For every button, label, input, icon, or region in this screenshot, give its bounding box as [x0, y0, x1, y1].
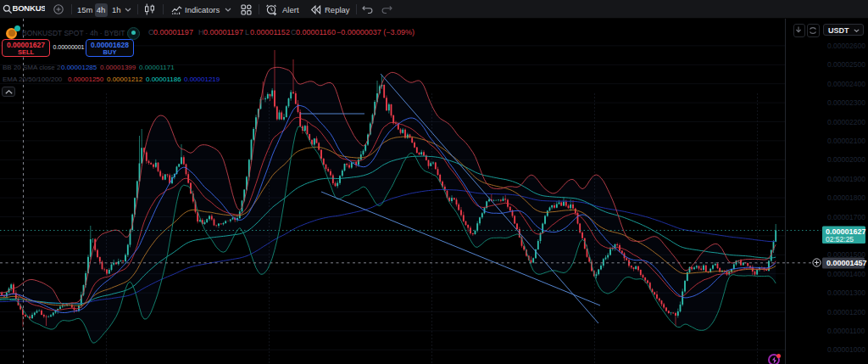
- svg-text:0.00001000: 0.00001000: [827, 345, 865, 354]
- svg-text:0.00001900: 0.00001900: [827, 175, 865, 183]
- svg-text:0.00001100: 0.00001100: [827, 327, 865, 335]
- svg-text:0.00002600: 0.00002600: [827, 42, 865, 50]
- svg-text:02:52:25: 02:52:25: [826, 235, 854, 244]
- svg-text:0.00002100: 0.00002100: [827, 137, 865, 145]
- svg-text:0.00002400: 0.00002400: [827, 80, 865, 88]
- svg-text:0.00001300: 0.00001300: [827, 288, 865, 297]
- svg-text:0.00002000: 0.00002000: [827, 155, 865, 164]
- svg-text:0.00002200: 0.00002200: [827, 118, 865, 126]
- svg-text:0.00001200: 0.00001200: [827, 308, 865, 316]
- svg-text:0.00001700: 0.00001700: [827, 213, 865, 221]
- svg-text:0.00001457: 0.00001457: [826, 259, 867, 267]
- svg-text:0.00002300: 0.00002300: [827, 98, 865, 107]
- svg-text:0.00001400: 0.00001400: [827, 270, 865, 278]
- svg-text:0.00001800: 0.00001800: [827, 193, 865, 202]
- svg-text:0.00002500: 0.00002500: [827, 60, 865, 69]
